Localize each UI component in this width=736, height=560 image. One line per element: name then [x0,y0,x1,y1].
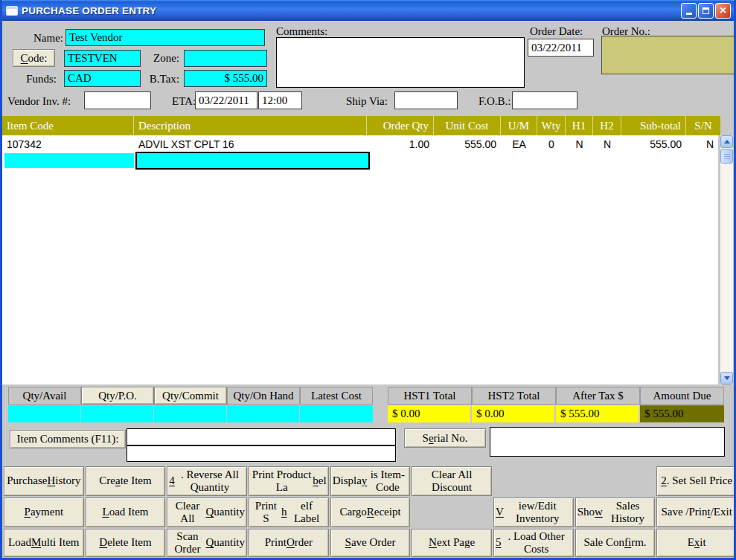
qty-po-button[interactable]: Qty/P.O. [81,387,154,405]
save-print-exit-button[interactable]: Save /Print /Exit [656,498,736,527]
create-item-button[interactable]: Create Item [86,466,166,496]
set-sell-price-button[interactable]: 2. Set Sell Price [656,466,736,496]
cell-sub-total: 555.00 [621,136,686,152]
col-h1: H1 [566,116,593,135]
cell-unit-cost: 555.00 [434,136,501,152]
cell-description: ADVIL XST CPLT 16 [134,136,367,152]
qty-commit-value [154,405,227,422]
purchase-history-button[interactable]: Purchase History [4,466,84,496]
funds-label: Funds: [16,73,57,86]
clear-all-discount-button[interactable]: Clear All Discount [412,466,492,496]
item-comments-line1[interactable] [127,429,395,445]
hst2-total-header: HST2 Total [472,387,556,405]
title-bar[interactable]: PURCHASE ORDER ENTRY ✕ [0,0,736,21]
col-item-code: Item Code [2,116,134,135]
cell-h1: N [566,136,593,152]
funds-input[interactable] [64,70,141,87]
load-other-costs-button[interactable]: 5. Load Other Costs [493,529,574,557]
print-order-button[interactable]: Print Order [249,529,329,557]
cell-order-qty: 1.00 [367,136,434,152]
zone-input[interactable] [184,50,267,67]
col-description: Description [134,116,367,135]
display-is-item-code-button[interactable]: Display is Item-Code [330,466,411,496]
hst1-total-value: $ 0.00 [388,405,472,422]
ship-via-input[interactable] [394,91,458,109]
print-shelf-label-button[interactable]: Print Shelf Label [249,498,329,527]
load-item-button[interactable]: Load Item [86,498,166,527]
col-um: U/M [501,116,537,135]
item-comments-box[interactable] [127,428,396,462]
latest-cost-value [300,405,373,422]
cell-um: EA [501,136,537,152]
cell-h2: N [593,136,621,152]
eta-date-input[interactable] [195,91,257,109]
col-sub-total: Sub-total [621,116,686,135]
vertical-scrollbar[interactable] [720,135,733,384]
purchase-order-entry-window: PURCHASE ORDER ENTRY ✕ Name: Code: Zone:… [0,0,736,560]
hst1-total-header: HST1 Total [388,387,472,405]
reverse-all-quantity-button[interactable]: 4. Reverse All Quantity [167,466,247,496]
item-comments-button[interactable]: Item Comments (F11): [10,430,126,448]
cargo-receipt-button[interactable]: Cargo Receipt [330,498,411,527]
col-h2: H2 [593,116,621,135]
scroll-up-button[interactable] [720,135,733,148]
scroll-down-button[interactable] [720,372,733,384]
eta-time-input[interactable] [258,91,302,109]
code-button[interactable]: Code: [13,49,55,67]
order-no-box [601,36,735,74]
scrollbar-thumb[interactable] [720,149,733,164]
maximize-icon [703,7,709,14]
comments-label: Comments: [276,25,327,38]
qty-on-hand-value [227,405,300,422]
code-input[interactable] [64,50,141,67]
col-sn: S/N [686,116,720,135]
after-tax-header: After Tax $ [556,387,640,405]
print-product-label-button[interactable]: Print Product Label [249,466,329,496]
amount-due-value: $ 555.00 [640,405,724,422]
qty-commit-button[interactable]: Qty/Commit [154,387,227,405]
fob-input[interactable] [512,91,577,109]
table-row[interactable]: 107342 ADVIL XST CPLT 16 1.00 555.00 EA … [2,136,718,152]
edit-cell-item-code[interactable] [4,153,134,168]
zone-label: Zone: [148,52,179,65]
order-date-input[interactable] [528,39,594,57]
next-page-button[interactable]: Next Page [412,529,492,557]
view-edit-inventory-button[interactable]: View/Edit Inventory [493,498,574,527]
order-date-label: Order Date: [530,25,583,38]
show-sales-history-button[interactable]: Show Sales History [575,498,656,527]
maximize-button[interactable] [698,3,714,19]
sale-confirm-button[interactable]: Sale Confirm. [575,529,656,557]
vendor-inv-label: Vendor Inv. #: [7,95,71,108]
cell-wty: 0 [537,136,566,152]
ship-via-label: Ship Via: [346,95,388,108]
minimize-button[interactable] [681,3,697,19]
load-multi-item-button[interactable]: Load Multi Item [4,529,84,557]
scan-order-quantity-button[interactable]: Scan Order Quantity [167,529,247,557]
save-order-button[interactable]: Save Order [330,529,411,557]
btax-input[interactable] [184,70,267,87]
close-button[interactable]: ✕ [715,3,731,19]
vendor-inv-input[interactable] [84,91,151,109]
serial-no-button[interactable]: Serial No. [404,428,486,448]
fob-label: F.O.B.: [479,95,511,108]
cell-sn: N [686,136,718,152]
exit-button[interactable]: Exit [656,529,736,557]
empty-cell [575,466,656,496]
qty-avail-value [8,405,81,422]
items-table-body[interactable] [2,135,718,384]
serial-no-box[interactable] [490,427,725,457]
item-comments-line2[interactable] [127,445,395,460]
after-tax-value: $ 555.00 [556,405,640,422]
payment-button[interactable]: Payment [4,498,84,527]
items-table-header: Item Code Description Order Qty Unit Cos… [2,116,720,135]
name-input[interactable] [65,29,265,46]
edit-cell-description-focused[interactable] [135,152,370,170]
window-icon[interactable] [6,6,18,16]
delete-item-button[interactable]: Delete Item [86,529,166,557]
qty-po-value [81,405,154,422]
scroll-down-icon [724,376,730,380]
qty-on-hand-header: Qty/On Hand [227,387,300,405]
col-order-qty: Order Qty [367,116,434,135]
clear-all-quantity-button[interactable]: Clear All Quantity [167,498,247,527]
comments-textarea[interactable] [276,37,525,88]
